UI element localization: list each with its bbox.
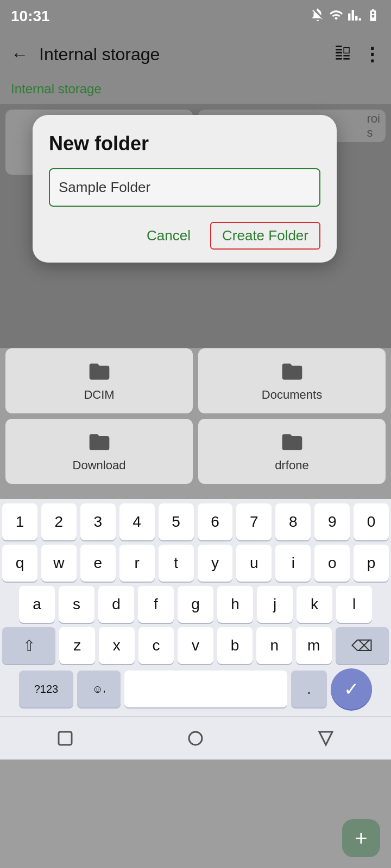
key-f[interactable]: f xyxy=(138,586,174,623)
status-icons xyxy=(311,8,380,24)
status-bar: 10:31 xyxy=(0,0,391,33)
mute-icon xyxy=(311,8,325,24)
list-item[interactable]: Download xyxy=(5,419,193,484)
dialog-title: New folder xyxy=(49,132,320,155)
wifi-icon xyxy=(329,8,343,24)
key-o[interactable]: o xyxy=(314,545,350,582)
key-g[interactable]: g xyxy=(178,586,213,623)
file-name: DCIM xyxy=(84,388,114,402)
key-w[interactable]: w xyxy=(41,545,77,582)
status-time: 10:31 xyxy=(11,8,50,25)
file-name: Download xyxy=(73,458,126,473)
key-2[interactable]: 2 xyxy=(41,503,77,540)
key-7[interactable]: 7 xyxy=(236,503,272,540)
create-folder-button[interactable]: Create Folder xyxy=(210,222,320,250)
key-j[interactable]: j xyxy=(257,586,293,623)
key-x[interactable]: x xyxy=(99,627,135,664)
key-row-zxcv: ⇧ z x c v b n m ⌫ xyxy=(2,627,389,664)
key-8[interactable]: 8 xyxy=(275,503,311,540)
emoji-key[interactable]: ☺, xyxy=(77,671,121,707)
file-name: drfone xyxy=(275,458,308,473)
enter-key[interactable]: ✓ xyxy=(331,668,372,710)
back-nav-button[interactable] xyxy=(310,722,342,755)
key-y[interactable]: y xyxy=(198,545,233,582)
key-b[interactable]: b xyxy=(217,627,253,664)
breadcrumb[interactable]: Internal storage xyxy=(11,81,102,96)
app-bar-title: Internal storage xyxy=(39,44,323,65)
key-4[interactable]: 4 xyxy=(119,503,155,540)
key-m[interactable]: m xyxy=(296,627,332,664)
key-row-numbers: 1 2 3 4 5 6 7 8 9 0 xyxy=(2,503,389,540)
file-area: rois New folder Cancel Create Folder xyxy=(0,104,391,348)
key-e[interactable]: e xyxy=(80,545,116,582)
dialog-box: New folder Cancel Create Folder xyxy=(33,115,337,263)
period-key[interactable]: . xyxy=(291,671,327,707)
key-6[interactable]: 6 xyxy=(198,503,233,540)
file-name: Documents xyxy=(262,388,322,402)
list-item[interactable]: drfone xyxy=(198,419,386,484)
key-l[interactable]: l xyxy=(336,586,372,623)
key-d[interactable]: d xyxy=(98,586,134,623)
svg-point-1 xyxy=(189,732,202,745)
key-row-qwerty: q w e r t y u i o p xyxy=(2,545,389,582)
home-button[interactable] xyxy=(179,722,212,755)
dialog-buttons: Cancel Create Folder xyxy=(49,222,320,250)
key-r[interactable]: r xyxy=(119,545,155,582)
key-h[interactable]: h xyxy=(217,586,253,623)
recent-apps-button[interactable] xyxy=(49,722,81,755)
cancel-button[interactable]: Cancel xyxy=(138,223,199,248)
key-s[interactable]: s xyxy=(59,586,94,623)
back-button[interactable]: ← xyxy=(11,44,28,65)
app-bar-actions: ⋮ xyxy=(333,43,380,65)
key-i[interactable]: i xyxy=(275,545,311,582)
grid-view-icon[interactable] xyxy=(333,43,352,65)
key-9[interactable]: 9 xyxy=(314,503,350,540)
symbol-key[interactable]: ?123 xyxy=(19,671,73,707)
key-v[interactable]: v xyxy=(178,627,213,664)
nav-bar xyxy=(0,716,391,760)
key-0[interactable]: 0 xyxy=(354,503,389,540)
file-row-area: DCIM Documents Download drfone + xyxy=(0,348,391,499)
list-item[interactable]: DCIM xyxy=(5,348,193,413)
key-5[interactable]: 5 xyxy=(159,503,194,540)
key-q[interactable]: q xyxy=(2,545,37,582)
fab-button[interactable]: + xyxy=(342,819,380,857)
file-grid-bottom: DCIM Documents Download drfone xyxy=(5,348,386,484)
svg-rect-0 xyxy=(59,732,72,745)
breadcrumb-area: Internal storage xyxy=(0,76,391,104)
signal-icon xyxy=(348,8,362,24)
key-3[interactable]: 3 xyxy=(80,503,116,540)
key-a[interactable]: a xyxy=(19,586,55,623)
new-folder-dialog: New folder Cancel Create Folder xyxy=(33,115,353,263)
key-p[interactable]: p xyxy=(354,545,389,582)
list-item[interactable]: Documents xyxy=(198,348,386,413)
svg-marker-2 xyxy=(319,732,332,745)
folder-name-input[interactable] xyxy=(49,168,320,207)
more-options-icon[interactable]: ⋮ xyxy=(363,43,380,65)
battery-icon xyxy=(366,8,380,24)
key-t[interactable]: t xyxy=(159,545,194,582)
space-key[interactable] xyxy=(124,671,287,707)
key-row-bottom: ?123 ☺, . ✓ xyxy=(2,668,389,710)
key-k[interactable]: k xyxy=(297,586,332,623)
key-z[interactable]: z xyxy=(59,627,95,664)
key-c[interactable]: c xyxy=(138,627,174,664)
backspace-key[interactable]: ⌫ xyxy=(336,627,389,664)
keyboard: 1 2 3 4 5 6 7 8 9 0 q w e r t y u i o p … xyxy=(0,499,391,716)
key-1[interactable]: 1 xyxy=(2,503,37,540)
key-row-asdf: a s d f g h j k l xyxy=(2,586,389,623)
key-n[interactable]: n xyxy=(256,627,292,664)
key-u[interactable]: u xyxy=(236,545,272,582)
shift-key[interactable]: ⇧ xyxy=(2,627,55,664)
app-bar: ← Internal storage ⋮ xyxy=(0,33,391,76)
